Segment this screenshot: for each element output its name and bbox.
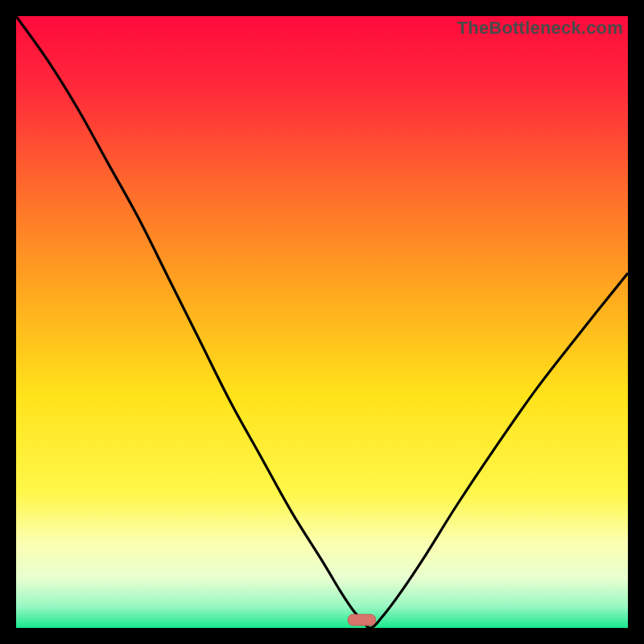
chart-frame: TheBottleneck.com	[16, 16, 628, 628]
gradient-background	[16, 16, 628, 628]
watermark-text: TheBottleneck.com	[457, 18, 623, 39]
optimal-marker	[348, 614, 375, 625]
plot-area: TheBottleneck.com	[16, 16, 628, 628]
chart-svg	[16, 16, 628, 628]
